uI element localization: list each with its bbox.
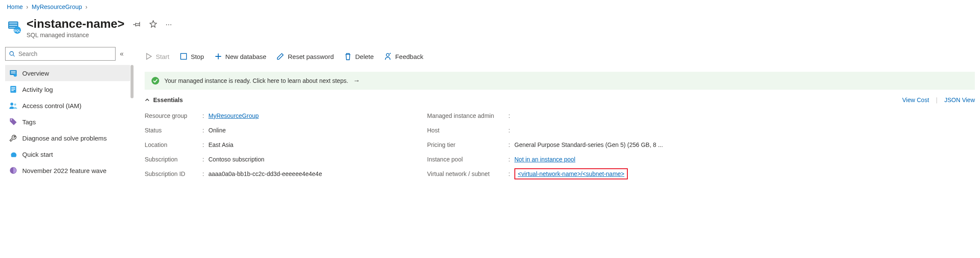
toolbar-label: New database	[226, 53, 267, 60]
sidebar-item-diagnose[interactable]: Diagnose and solve problems	[5, 130, 130, 146]
activity-log-icon	[9, 85, 17, 93]
toolbar-label: Reset password	[288, 53, 334, 60]
info-message: Your managed instance is ready. Click he…	[164, 77, 348, 84]
sidebar-item-quick-start[interactable]: Quick start	[5, 146, 130, 162]
quick-start-icon	[9, 150, 17, 158]
toolbar-label: Feedback	[395, 53, 423, 60]
arrow-right-icon: →	[353, 77, 360, 85]
sidebar-item-access-control[interactable]: Access control (IAM)	[5, 97, 130, 114]
breadcrumb-home[interactable]: Home	[7, 3, 23, 10]
page-title: <instance-name>	[27, 17, 125, 31]
sidebar-item-tags[interactable]: Tags	[5, 114, 130, 130]
svg-rect-12	[12, 88, 15, 88]
stop-button[interactable]: Stop	[180, 53, 204, 60]
resource-group-link[interactable]: MyResourceGroup	[208, 112, 259, 119]
sidebar: « Overview Activity log Access control (…	[0, 47, 133, 179]
kv-key-subscription-id: Subscription ID	[145, 170, 202, 177]
info-bar[interactable]: Your managed instance is ready. Click he…	[145, 72, 975, 90]
sidebar-item-label: Activity log	[22, 86, 53, 93]
sidebar-item-label: Tags	[22, 118, 36, 126]
breadcrumb-resource-group[interactable]: MyResourceGroup	[32, 3, 82, 10]
svg-point-17	[11, 119, 12, 120]
kv-key-resource-group: Resource group	[145, 112, 202, 119]
essentials-toggle[interactable]: Essentials	[145, 97, 183, 103]
main-content: Start Stop New database Reset password	[133, 47, 980, 181]
sidebar-item-label: November 2022 feature wave	[22, 167, 107, 174]
kv-key-pricing-tier: Pricing tier	[427, 141, 508, 148]
vnet-link[interactable]: <virtual-network-name>/<subnet-name>	[518, 170, 624, 177]
sidebar-nav: Overview Activity log Access control (IA…	[5, 65, 130, 179]
svg-point-15	[10, 103, 13, 106]
search-input[interactable]	[18, 50, 112, 57]
svg-text:SQL: SQL	[14, 29, 21, 32]
svg-rect-1	[9, 22, 17, 23]
separator: |	[936, 97, 938, 103]
tags-icon	[9, 118, 17, 126]
chevron-up-icon	[145, 97, 150, 103]
json-view-link[interactable]: JSON View	[944, 97, 975, 103]
plus-icon	[214, 53, 222, 60]
star-icon[interactable]	[149, 20, 157, 28]
kv-val-subscription: Contoso subscription	[208, 156, 264, 163]
kv-val-subscription-id: aaaa0a0a-bb1b-cc2c-dd3d-eeeeee4e4e4e	[208, 170, 322, 177]
feedback-button[interactable]: Feedback	[384, 53, 423, 60]
edit-icon	[276, 53, 284, 60]
svg-point-21	[151, 77, 159, 85]
play-icon	[145, 53, 152, 60]
kv-key-status: Status	[145, 127, 202, 134]
sidebar-item-label: Overview	[22, 70, 49, 77]
chevron-right-icon: ›	[86, 3, 88, 10]
kv-key-location: Location	[145, 141, 202, 148]
sidebar-item-label: Quick start	[22, 151, 53, 158]
svg-rect-13	[12, 89, 15, 90]
sidebar-item-label: Diagnose and solve problems	[22, 135, 107, 142]
reset-password-button[interactable]: Reset password	[276, 53, 334, 60]
sidebar-item-label: Access control (IAM)	[22, 102, 81, 109]
sidebar-scrollbar[interactable]	[131, 65, 134, 98]
svg-point-6	[10, 52, 14, 56]
success-icon	[151, 77, 159, 85]
feature-wave-icon	[9, 167, 17, 174]
delete-button[interactable]: Delete	[344, 53, 374, 60]
delete-icon	[344, 53, 352, 60]
toolbar-label: Start	[156, 53, 169, 60]
new-database-button[interactable]: New database	[214, 53, 267, 60]
svg-rect-14	[12, 90, 14, 91]
search-box[interactable]	[5, 47, 116, 61]
sidebar-item-overview[interactable]: Overview	[5, 65, 130, 81]
svg-rect-8	[11, 71, 15, 72]
feedback-icon	[384, 53, 392, 60]
essentials-grid: Resource group : MyResourceGroup Status …	[145, 108, 975, 181]
svg-rect-19	[181, 53, 187, 59]
kv-val-pricing-tier: General Purpose Standard-series (Gen 5) …	[514, 141, 663, 148]
kv-val-location: East Asia	[208, 141, 233, 148]
kv-key-vnet: Virtual network / subnet	[427, 170, 508, 177]
more-icon[interactable]: ···	[166, 20, 173, 28]
pin-icon[interactable]	[133, 20, 141, 28]
page-header: SQL <instance-name> ··· SQL managed inst…	[0, 12, 980, 47]
kv-key-host: Host	[427, 127, 508, 134]
toolbar-label: Stop	[191, 53, 204, 60]
kv-val-status: Online	[208, 127, 226, 134]
diagnose-icon	[9, 134, 17, 142]
breadcrumb: Home › MyResourceGroup ›	[0, 0, 980, 12]
view-cost-link[interactable]: View Cost	[902, 97, 929, 103]
essentials-header: Essentials	[153, 97, 183, 103]
overview-icon	[9, 69, 17, 77]
kv-key-subscription: Subscription	[145, 156, 202, 163]
vnet-highlight: <virtual-network-name>/<subnet-name>	[514, 168, 628, 179]
toolbar: Start Stop New database Reset password	[145, 47, 975, 66]
chevron-right-icon: ›	[26, 3, 28, 10]
stop-icon	[180, 53, 187, 60]
kv-key-admin: Managed instance admin	[427, 112, 508, 119]
sidebar-item-feature-wave[interactable]: November 2022 feature wave	[5, 162, 130, 179]
access-control-icon	[9, 102, 17, 109]
sidebar-item-activity-log[interactable]: Activity log	[5, 81, 130, 97]
instance-pool-link[interactable]: Not in an instance pool	[514, 156, 575, 163]
page-subtitle: SQL managed instance	[27, 32, 173, 38]
collapse-sidebar-icon[interactable]: «	[120, 50, 124, 58]
svg-rect-2	[9, 25, 17, 26]
start-button[interactable]: Start	[145, 53, 169, 60]
kv-key-instance-pool: Instance pool	[427, 156, 508, 163]
sql-managed-instance-icon: SQL	[7, 20, 21, 34]
